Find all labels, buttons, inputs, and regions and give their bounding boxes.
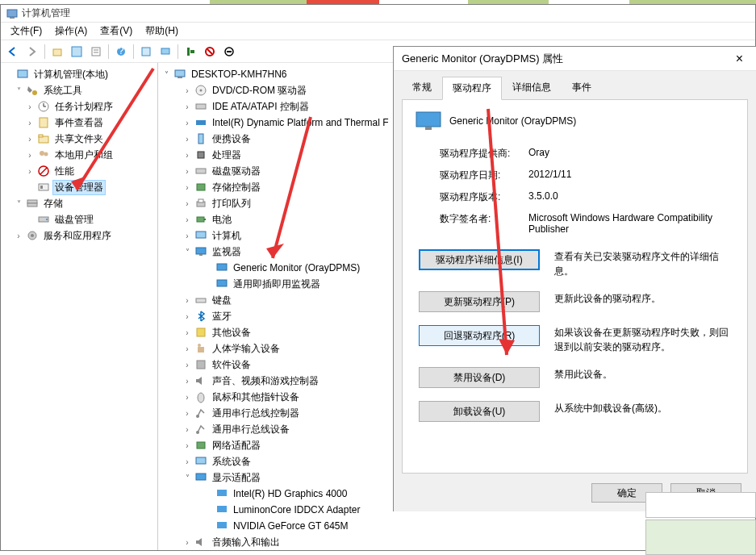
expand-icon[interactable]: ›	[182, 425, 192, 434]
title-bar[interactable]: 计算机管理	[1, 5, 755, 23]
device-network[interactable]: 网络适配器	[210, 438, 263, 453]
tab-driver[interactable]: 驱动程序	[442, 77, 502, 100]
driver-details-button[interactable]: 驱动程序详细信息(I)	[419, 249, 540, 270]
expand-icon[interactable]: ›	[182, 102, 192, 111]
tree-event-viewer[interactable]: 事件查看器	[52, 115, 106, 131]
expand-icon[interactable]: ›	[182, 232, 192, 240]
disable-button[interactable]	[201, 43, 219, 61]
expand-icon[interactable]: ˅	[182, 248, 192, 257]
menu-action[interactable]: 操作(A)	[48, 23, 94, 40]
help-button[interactable]: ?	[112, 43, 130, 61]
device-ide[interactable]: IDE ATA/ATAPI 控制器	[210, 99, 311, 115]
expand-icon[interactable]: ˅	[161, 70, 171, 79]
device-audio[interactable]: 声音、视频和游戏控制器	[210, 373, 321, 389]
device-software[interactable]: 软件设备	[210, 357, 253, 373]
expand-icon[interactable]: ›	[25, 102, 35, 111]
refresh-button[interactable]	[137, 43, 155, 61]
expand-icon[interactable]: ›	[182, 328, 192, 337]
disable-device-button[interactable]: 禁用设备(D)	[419, 367, 540, 388]
tree-performance[interactable]: 性能	[52, 164, 77, 179]
menu-help[interactable]: 帮助(H)	[139, 23, 185, 40]
menu-view[interactable]: 查看(V)	[94, 23, 139, 40]
device-gpu1[interactable]: Intel(R) HD Graphics 4000	[231, 487, 349, 500]
expand-icon[interactable]: ›	[182, 441, 192, 450]
view-button[interactable]	[68, 43, 86, 61]
expand-icon[interactable]: ›	[25, 167, 35, 176]
device-disk[interactable]: 磁盘驱动器	[210, 164, 263, 179]
enable-button[interactable]	[182, 43, 199, 61]
properties-button[interactable]	[87, 43, 105, 61]
expand-icon[interactable]: ›	[182, 361, 192, 369]
tab-general[interactable]: 常规	[402, 76, 442, 99]
device-usb[interactable]: 通用串行总线控制器	[210, 406, 302, 421]
up-button[interactable]	[48, 43, 66, 61]
expand-icon[interactable]: ›	[182, 86, 192, 95]
expand-icon[interactable]: ›	[25, 135, 35, 144]
expand-icon[interactable]: ›	[25, 119, 35, 127]
device-battery[interactable]: 电池	[210, 212, 234, 227]
dialog-titlebar[interactable]: Generic Monitor (OrayDPMS) 属性 ×	[394, 47, 756, 71]
device-storage-ctrl[interactable]: 存储控制器	[210, 180, 263, 195]
menu-file[interactable]: 文件(F)	[4, 23, 48, 40]
device-system[interactable]: 系统设备	[210, 454, 253, 469]
expand-icon[interactable]: ›	[14, 232, 23, 240]
device-cpu[interactable]: 处理器	[210, 148, 244, 163]
tree-storage[interactable]: 存储	[41, 196, 65, 211]
tree-system-tools[interactable]: 系统工具	[41, 83, 85, 98]
tree-disk-mgmt[interactable]: 磁盘管理	[52, 212, 96, 227]
device-portable[interactable]: 便携设备	[210, 131, 253, 147]
expand-icon[interactable]: ›	[182, 135, 192, 144]
expand-icon[interactable]: ›	[182, 183, 192, 192]
tab-events[interactable]: 事件	[562, 76, 602, 99]
expand-icon[interactable]: ›	[182, 296, 192, 305]
expand-icon[interactable]: ›	[182, 119, 192, 127]
close-icon[interactable]: ×	[731, 52, 748, 66]
device-hid[interactable]: 人体学输入设备	[210, 341, 282, 357]
expand-icon[interactable]: ›	[182, 312, 192, 321]
device-other[interactable]: 其他设备	[210, 325, 253, 340]
tree-shared-folders[interactable]: 共享文件夹	[52, 131, 106, 147]
device-mouse[interactable]: 鼠标和其他指针设备	[210, 390, 302, 405]
expand-icon[interactable]: ›	[182, 457, 192, 466]
device-gpu2[interactable]: LuminonCore IDDCX Adapter	[231, 503, 362, 516]
expand-icon[interactable]: ›	[182, 377, 192, 386]
back-button[interactable]	[4, 43, 22, 61]
expand-icon[interactable]: ›	[182, 409, 192, 418]
tree-services[interactable]: 服务和应用程序	[41, 228, 114, 244]
expand-icon[interactable]: ›	[182, 199, 192, 208]
device-display[interactable]: 显示适配器	[210, 470, 263, 486]
device-printer[interactable]: 打印队列	[210, 196, 253, 211]
expand-icon[interactable]: ›	[182, 344, 192, 353]
uninstall-device-button[interactable]: 卸载设备(U)	[419, 401, 540, 422]
expand-icon[interactable]: ˅	[182, 474, 192, 482]
device-keyboard[interactable]: 键盘	[210, 293, 234, 308]
uninstall-button[interactable]	[220, 43, 238, 61]
tree-root[interactable]: 计算机管理(本地)	[31, 67, 111, 82]
device-monitors[interactable]: 监视器	[210, 244, 244, 260]
expand-icon[interactable]: ˅	[14, 199, 23, 208]
device-mon1[interactable]: Generic Monitor (OrayDPMS)	[231, 261, 362, 274]
rollback-driver-button[interactable]: 回退驱动程序(R)	[419, 325, 540, 346]
tree-local-users[interactable]: 本地用户和组	[52, 148, 115, 163]
tree-task-scheduler[interactable]: 任务计划程序	[52, 99, 115, 115]
device-dvd[interactable]: DVD/CD-ROM 驱动器	[210, 83, 309, 98]
update-driver-button[interactable]: 更新驱动程序(P)	[419, 291, 540, 312]
expand-icon[interactable]: ›	[182, 167, 192, 176]
device-bluetooth[interactable]: 蓝牙	[210, 309, 234, 324]
device-audio-io[interactable]: 音频输入和输出	[210, 535, 282, 550]
left-tree-panel[interactable]: ▸计算机管理(本地) ˅系统工具 ›任务计划程序 ›事件查看器 ›共享文件夹 ›…	[1, 63, 158, 550]
expand-icon[interactable]: ›	[182, 393, 192, 402]
device-root[interactable]: DESKTOP-KMH7HN6	[189, 68, 289, 81]
tab-details[interactable]: 详细信息	[502, 76, 562, 99]
scan-button[interactable]	[157, 43, 174, 61]
tree-device-manager[interactable]: 设备管理器	[52, 180, 106, 195]
expand-icon[interactable]: ›	[182, 538, 192, 547]
expand-icon[interactable]: ˅	[14, 86, 23, 95]
device-mon2[interactable]: 通用即插即用监视器	[231, 277, 323, 292]
device-computer[interactable]: 计算机	[210, 228, 244, 244]
device-usb-dev[interactable]: 通用串行总线设备	[210, 422, 292, 437]
forward-button[interactable]	[23, 43, 41, 61]
device-gpu3[interactable]: NVIDIA GeForce GT 645M	[231, 520, 351, 532]
expand-icon[interactable]: ›	[182, 151, 192, 160]
device-intel[interactable]: Intel(R) Dynamic Platform and Thermal F	[210, 116, 391, 129]
